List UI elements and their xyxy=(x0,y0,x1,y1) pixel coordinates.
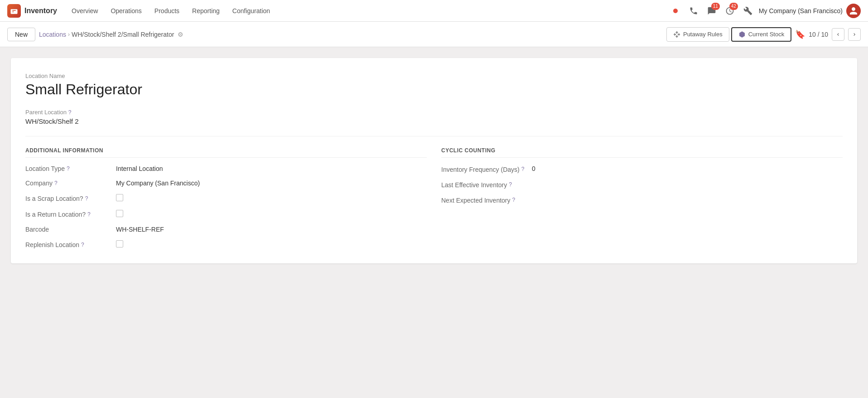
breadcrumb-locations-link[interactable]: Locations xyxy=(39,31,66,38)
nav-overview[interactable]: Overview xyxy=(66,5,103,17)
last-effective-help-icon[interactable]: ? xyxy=(509,181,512,188)
nav-operations[interactable]: Operations xyxy=(105,5,147,17)
app-icon xyxy=(7,4,21,18)
location-type-value: Internal Location xyxy=(116,165,427,172)
breadcrumb: Locations › WH/Stock/Shelf 2/Small Refri… xyxy=(39,31,663,38)
bookmark-icon[interactable]: 🔖 xyxy=(795,29,805,39)
company-help-icon[interactable]: ? xyxy=(54,180,58,186)
company-value: My Company (San Francisco) xyxy=(116,180,427,187)
barcode-label: Barcode xyxy=(25,226,116,233)
location-type-label: Location Type ? xyxy=(25,165,116,172)
company-name: My Company (San Francisco) xyxy=(759,7,843,15)
nav-reporting[interactable]: Reporting xyxy=(187,5,225,17)
toolbar-right: 🔖 10 / 10 xyxy=(795,28,861,41)
additional-info-section: ADDITIONAL INFORMATION Location Type ? I… xyxy=(25,147,427,249)
replenish-help-icon[interactable]: ? xyxy=(81,242,84,248)
cyclic-counting-section: CYCLIC COUNTING Inventory Frequency (Day… xyxy=(441,147,843,249)
putaway-rules-button[interactable]: Putaway Rules xyxy=(666,27,729,42)
status-dot xyxy=(668,4,683,18)
parent-location-field: Parent Location ? WH/Stock/Shelf 2 xyxy=(25,109,843,125)
current-stock-button[interactable]: Current Stock xyxy=(731,27,791,42)
phone-icon-btn[interactable] xyxy=(686,4,701,18)
is-scrap-checkbox[interactable] xyxy=(116,194,427,203)
is-return-help-icon[interactable]: ? xyxy=(87,211,91,218)
next-expected-help-icon[interactable]: ? xyxy=(512,197,516,203)
is-scrap-help-icon[interactable]: ? xyxy=(85,195,88,202)
toolbar-center-actions: Putaway Rules Current Stock xyxy=(666,27,791,42)
cyclic-counting-grid: Inventory Frequency (Days) ? 0 Last Effe… xyxy=(441,165,843,204)
last-effective-label: Last Effective Inventory ? xyxy=(441,180,532,189)
current-stock-label: Current Stock xyxy=(748,31,784,38)
inv-frequency-help-icon[interactable]: ? xyxy=(521,166,525,172)
page-navigation: 10 / 10 xyxy=(809,28,861,41)
clock-icon-btn[interactable]: 42 xyxy=(723,4,737,18)
additional-info-grid: Location Type ? Internal Location Compan… xyxy=(25,165,427,249)
nav-products[interactable]: Products xyxy=(149,5,185,17)
clock-badge: 42 xyxy=(729,3,738,10)
location-name-field: Location Name Small Refrigerator xyxy=(25,73,843,98)
wrench-icon-btn[interactable] xyxy=(741,4,755,18)
gear-icon[interactable]: ⚙ xyxy=(178,31,183,38)
is-return-label: Is a Return Location? ? xyxy=(25,211,116,218)
new-button[interactable]: New xyxy=(7,28,35,41)
top-navigation: Inventory Overview Operations Products R… xyxy=(0,0,868,22)
app-name: Inventory xyxy=(24,7,57,15)
location-name-value: Small Refrigerator xyxy=(25,81,843,98)
barcode-value: WH-SHELF-REF xyxy=(116,226,427,233)
location-name-label: Location Name xyxy=(25,73,843,79)
replenish-checkbox[interactable] xyxy=(116,240,427,249)
replenish-label: Replenish Location ? xyxy=(25,241,116,248)
section-divider xyxy=(25,136,843,136)
inv-frequency-value: 0 xyxy=(532,165,843,172)
breadcrumb-separator: › xyxy=(68,31,70,38)
toolbar: New Locations › WH/Stock/Shelf 2/Small R… xyxy=(0,22,868,47)
page-count: 10 / 10 xyxy=(809,31,828,38)
form-card: Location Name Small Refrigerator Parent … xyxy=(11,58,857,263)
nav-configuration[interactable]: Configuration xyxy=(227,5,275,17)
cyclic-counting-title: CYCLIC COUNTING xyxy=(441,147,843,158)
parent-location-value: WH/Stock/Shelf 2 xyxy=(25,117,843,125)
main-content: Location Name Small Refrigerator Parent … xyxy=(0,47,868,398)
chat-icon-btn[interactable]: 11 xyxy=(704,4,719,18)
parent-location-label: Parent Location ? xyxy=(25,109,843,116)
company-label: Company ? xyxy=(25,180,116,187)
user-avatar[interactable] xyxy=(846,4,861,18)
inv-frequency-label: Inventory Frequency (Days) ? xyxy=(441,165,532,173)
two-column-section: ADDITIONAL INFORMATION Location Type ? I… xyxy=(25,147,843,249)
putaway-rules-label: Putaway Rules xyxy=(683,31,723,38)
next-expected-label: Next Expected Inventory ? xyxy=(441,196,532,204)
breadcrumb-current: WH/Stock/Shelf 2/Small Refrigerator xyxy=(72,31,174,38)
is-return-checkbox[interactable] xyxy=(116,210,427,218)
nav-icons: 11 42 My Company (San Francisco) xyxy=(668,4,861,18)
is-scrap-label: Is a Scrap Location? ? xyxy=(25,195,116,202)
parent-location-help-icon[interactable]: ? xyxy=(68,109,72,116)
chat-badge: 11 xyxy=(711,3,720,10)
additional-info-title: ADDITIONAL INFORMATION xyxy=(25,147,427,158)
prev-page-button[interactable] xyxy=(832,28,844,41)
next-page-button[interactable] xyxy=(848,28,861,41)
location-type-help-icon[interactable]: ? xyxy=(67,165,70,172)
